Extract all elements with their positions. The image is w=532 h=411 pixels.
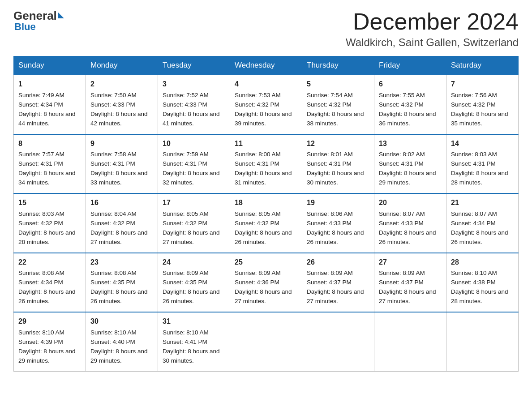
day-number: 7 bbox=[451, 79, 514, 90]
calendar-cell: 16Sunrise: 8:04 AMSunset: 4:32 PMDayligh… bbox=[86, 193, 158, 253]
calendar-cell bbox=[302, 312, 374, 371]
sunset-text: Sunset: 4:32 PM bbox=[90, 220, 135, 227]
day-number: 25 bbox=[235, 257, 297, 268]
sunrise-text: Sunrise: 7:50 AM bbox=[90, 92, 137, 98]
day-number: 2 bbox=[90, 79, 153, 90]
location-title: Waldkirch, Saint Gallen, Switzerland bbox=[346, 36, 519, 49]
sunset-text: Sunset: 4:37 PM bbox=[379, 279, 424, 286]
title-area: December 2024 Waldkirch, Saint Gallen, S… bbox=[346, 9, 519, 49]
daylight-text: Daylight: 8 hours and 35 minutes. bbox=[451, 111, 508, 127]
sunset-text: Sunset: 4:39 PM bbox=[18, 338, 63, 345]
calendar-cell: 17Sunrise: 8:05 AMSunset: 4:32 PMDayligh… bbox=[158, 193, 230, 253]
sunrise-text: Sunrise: 8:10 AM bbox=[18, 329, 64, 336]
sunset-text: Sunset: 4:33 PM bbox=[163, 101, 207, 108]
calendar-cell: 3Sunrise: 7:52 AMSunset: 4:33 PMDaylight… bbox=[158, 75, 230, 134]
day-number: 5 bbox=[307, 79, 369, 90]
day-number: 9 bbox=[90, 138, 153, 150]
daylight-text: Daylight: 8 hours and 29 minutes. bbox=[90, 348, 148, 364]
sunrise-text: Sunrise: 8:02 AM bbox=[379, 151, 425, 158]
day-number: 3 bbox=[163, 79, 225, 90]
day-number: 10 bbox=[163, 138, 225, 150]
weekday-header-row: Sunday Monday Tuesday Wednesday Thursday… bbox=[14, 56, 519, 75]
sunrise-text: Sunrise: 7:57 AM bbox=[18, 151, 64, 158]
day-number: 30 bbox=[90, 316, 153, 327]
page-header: General Blue December 2024 Waldkirch, Sa… bbox=[13, 9, 519, 49]
calendar-cell: 30Sunrise: 8:10 AMSunset: 4:40 PMDayligh… bbox=[86, 312, 158, 371]
calendar-cell: 14Sunrise: 8:03 AMSunset: 4:31 PMDayligh… bbox=[446, 134, 519, 193]
day-number: 19 bbox=[307, 197, 369, 209]
daylight-text: Daylight: 8 hours and 26 minutes. bbox=[307, 229, 364, 245]
calendar-cell: 15Sunrise: 8:03 AMSunset: 4:32 PMDayligh… bbox=[14, 193, 86, 253]
sunrise-text: Sunrise: 8:04 AM bbox=[90, 210, 137, 217]
week-row-5: 29Sunrise: 8:10 AMSunset: 4:39 PMDayligh… bbox=[14, 312, 519, 371]
header-thursday: Thursday bbox=[302, 56, 374, 75]
sunrise-text: Sunrise: 8:08 AM bbox=[90, 270, 137, 276]
header-tuesday: Tuesday bbox=[158, 56, 230, 75]
day-number: 18 bbox=[235, 197, 297, 209]
day-number: 22 bbox=[18, 257, 81, 268]
sunrise-text: Sunrise: 8:09 AM bbox=[379, 270, 425, 276]
sunrise-text: Sunrise: 8:10 AM bbox=[90, 329, 137, 336]
day-number: 11 bbox=[235, 138, 297, 150]
sunset-text: Sunset: 4:33 PM bbox=[90, 101, 135, 108]
sunset-text: Sunset: 4:32 PM bbox=[18, 220, 63, 227]
sunset-text: Sunset: 4:31 PM bbox=[18, 160, 63, 167]
day-number: 24 bbox=[163, 257, 225, 268]
logo-triangle-icon bbox=[58, 12, 64, 18]
calendar-cell bbox=[446, 312, 519, 371]
sunrise-text: Sunrise: 8:00 AM bbox=[235, 151, 281, 158]
sunrise-text: Sunrise: 7:56 AM bbox=[451, 92, 497, 98]
daylight-text: Daylight: 8 hours and 28 minutes. bbox=[18, 229, 76, 245]
day-number: 27 bbox=[379, 257, 442, 268]
daylight-text: Daylight: 8 hours and 31 minutes. bbox=[235, 170, 292, 186]
sunset-text: Sunset: 4:31 PM bbox=[163, 160, 207, 167]
sunrise-text: Sunrise: 7:53 AM bbox=[235, 92, 281, 98]
sunset-text: Sunset: 4:31 PM bbox=[235, 160, 279, 167]
daylight-text: Daylight: 8 hours and 26 minutes. bbox=[163, 288, 220, 304]
calendar-table: Sunday Monday Tuesday Wednesday Thursday… bbox=[13, 56, 519, 371]
sunset-text: Sunset: 4:37 PM bbox=[307, 279, 352, 286]
sunset-text: Sunset: 4:31 PM bbox=[90, 160, 135, 167]
sunrise-text: Sunrise: 8:03 AM bbox=[18, 210, 64, 217]
daylight-text: Daylight: 8 hours and 28 minutes. bbox=[451, 288, 508, 304]
week-row-1: 1Sunrise: 7:49 AMSunset: 4:34 PMDaylight… bbox=[14, 75, 519, 134]
logo-blue: Blue bbox=[14, 21, 36, 33]
day-number: 29 bbox=[18, 316, 81, 327]
calendar-cell: 20Sunrise: 8:07 AMSunset: 4:33 PMDayligh… bbox=[374, 193, 446, 253]
daylight-text: Daylight: 8 hours and 41 minutes. bbox=[163, 111, 220, 127]
sunrise-text: Sunrise: 8:07 AM bbox=[451, 210, 497, 217]
day-number: 16 bbox=[90, 197, 153, 209]
header-friday: Friday bbox=[374, 56, 446, 75]
calendar-cell: 7Sunrise: 7:56 AMSunset: 4:32 PMDaylight… bbox=[446, 75, 519, 134]
calendar-cell: 31Sunrise: 8:10 AMSunset: 4:41 PMDayligh… bbox=[158, 312, 230, 371]
month-title: December 2024 bbox=[346, 9, 519, 34]
calendar-cell: 13Sunrise: 8:02 AMSunset: 4:31 PMDayligh… bbox=[374, 134, 446, 193]
sunrise-text: Sunrise: 7:55 AM bbox=[379, 92, 425, 98]
calendar-cell: 12Sunrise: 8:01 AMSunset: 4:31 PMDayligh… bbox=[302, 134, 374, 193]
day-number: 31 bbox=[163, 316, 225, 327]
sunrise-text: Sunrise: 7:49 AM bbox=[18, 92, 64, 98]
day-number: 4 bbox=[235, 79, 297, 90]
calendar-cell: 6Sunrise: 7:55 AMSunset: 4:32 PMDaylight… bbox=[374, 75, 446, 134]
calendar-cell: 18Sunrise: 8:05 AMSunset: 4:32 PMDayligh… bbox=[230, 193, 302, 253]
sunrise-text: Sunrise: 8:08 AM bbox=[18, 270, 64, 276]
daylight-text: Daylight: 8 hours and 34 minutes. bbox=[18, 170, 76, 186]
day-number: 1 bbox=[18, 79, 81, 90]
sunset-text: Sunset: 4:34 PM bbox=[451, 220, 496, 227]
daylight-text: Daylight: 8 hours and 27 minutes. bbox=[307, 288, 364, 304]
daylight-text: Daylight: 8 hours and 27 minutes. bbox=[90, 229, 148, 245]
week-row-2: 8Sunrise: 7:57 AMSunset: 4:31 PMDaylight… bbox=[14, 134, 519, 193]
sunset-text: Sunset: 4:33 PM bbox=[307, 220, 352, 227]
day-number: 21 bbox=[451, 197, 514, 209]
sunset-text: Sunset: 4:32 PM bbox=[235, 101, 279, 108]
daylight-text: Daylight: 8 hours and 36 minutes. bbox=[379, 111, 436, 127]
day-number: 15 bbox=[18, 197, 81, 209]
daylight-text: Daylight: 8 hours and 26 minutes. bbox=[379, 229, 436, 245]
sunset-text: Sunset: 4:31 PM bbox=[451, 160, 496, 167]
sunrise-text: Sunrise: 8:10 AM bbox=[451, 270, 497, 276]
calendar-cell: 19Sunrise: 8:06 AMSunset: 4:33 PMDayligh… bbox=[302, 193, 374, 253]
calendar-cell: 29Sunrise: 8:10 AMSunset: 4:39 PMDayligh… bbox=[14, 312, 86, 371]
daylight-text: Daylight: 8 hours and 32 minutes. bbox=[163, 170, 220, 186]
sunrise-text: Sunrise: 8:07 AM bbox=[379, 210, 425, 217]
daylight-text: Daylight: 8 hours and 39 minutes. bbox=[235, 111, 292, 127]
